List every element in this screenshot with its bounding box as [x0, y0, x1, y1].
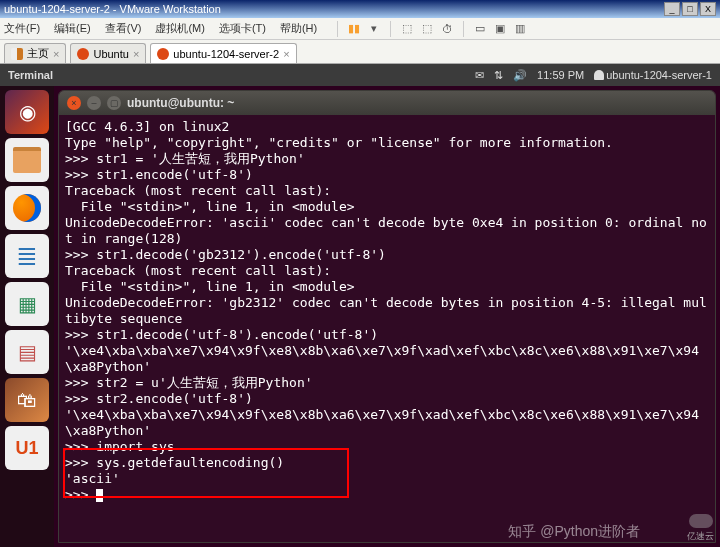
user-icon [594, 70, 604, 80]
vmware-titlebar: ubuntu-1204-server-2 - VMware Workstatio… [0, 0, 720, 18]
term-line: File "<stdin>", line 1, in <module> [65, 199, 709, 215]
unity-launcher: ◉ ≣ ▦ ▤ 🛍 U1 [0, 86, 54, 547]
menu-help[interactable]: 帮助(H) [280, 21, 317, 36]
watermark-zhihu: 知乎 @Python进阶者 [508, 523, 640, 541]
home-icon [11, 48, 23, 60]
term-close-button[interactable]: × [67, 96, 81, 110]
panel-clock[interactable]: 11:59 PM [537, 69, 584, 81]
win-close-button[interactable]: X [700, 2, 716, 16]
snapshot-icon[interactable]: ⬚ [419, 21, 435, 37]
term-line: >>> sys.getdefaultencoding() [65, 455, 709, 471]
volume-icon[interactable]: 🔊 [513, 69, 527, 82]
dash-icon[interactable]: ◉ [5, 90, 49, 134]
cursor-icon [96, 489, 103, 502]
tab-label: Ubuntu [93, 48, 128, 60]
separator [390, 21, 391, 37]
panel-app-title[interactable]: Terminal [8, 69, 465, 81]
mail-icon[interactable]: ✉ [475, 69, 484, 82]
term-line: Traceback (most recent call last): [65, 183, 709, 199]
network-icon[interactable]: ⇅ [494, 69, 503, 82]
clock-icon[interactable]: ⏱ [439, 21, 455, 37]
ubuntu-one-icon[interactable]: U1 [5, 426, 49, 470]
vmware-menubar: 文件(F) 编辑(E) 查看(V) 虚拟机(M) 选项卡(T) 帮助(H) ▮▮… [0, 18, 720, 40]
panel-user[interactable]: ubuntu-1204-server-1 [594, 69, 712, 81]
fullscreen-icon[interactable]: ▭ [472, 21, 488, 37]
win-maximize-button[interactable]: □ [682, 2, 698, 16]
vmware-title: ubuntu-1204-server-2 - VMware Workstatio… [4, 3, 662, 15]
gnome-panel: Terminal ✉ ⇅ 🔊 11:59 PM ubuntu-1204-serv… [0, 64, 720, 86]
menu-vm[interactable]: 虚拟机(M) [155, 21, 205, 36]
term-minimize-button[interactable]: – [87, 96, 101, 110]
term-line: UnicodeDecodeError: 'gb2312' codec can't… [65, 295, 709, 327]
cloud-icon [689, 514, 713, 528]
firefox-icon[interactable] [5, 186, 49, 230]
term-title: ubuntu@ubuntu: ~ [127, 96, 707, 110]
watermark-label: 亿速云 [687, 531, 714, 541]
snapshot-icon[interactable]: ⬚ [399, 21, 415, 37]
terminal-window: × – ▢ ubuntu@ubuntu: ~ [GCC 4.6.3] on li… [58, 90, 716, 543]
guest-desktop: Terminal ✉ ⇅ 🔊 11:59 PM ubuntu-1204-serv… [0, 64, 720, 547]
term-line: Type "help", "copyright", "credits" or "… [65, 135, 709, 151]
terminal-body[interactable]: [GCC 4.6.3] on linux2 Type "help", "copy… [59, 115, 715, 542]
ubuntu-icon [77, 48, 89, 60]
ubuntu-icon [157, 48, 169, 60]
tab-ubuntu[interactable]: Ubuntu × [70, 43, 146, 63]
menu-edit[interactable]: 编辑(E) [54, 21, 91, 36]
tab-ubuntu-server-2[interactable]: ubuntu-1204-server-2 × [150, 43, 296, 63]
term-prompt-text: >>> [65, 487, 96, 502]
win-minimize-button[interactable]: _ [664, 2, 680, 16]
term-line: 'ascii' [65, 471, 709, 487]
menu-file[interactable]: 文件(F) [4, 21, 40, 36]
unity-icon[interactable]: ▣ [492, 21, 508, 37]
software-center-icon[interactable]: 🛍 [5, 378, 49, 422]
tab-close-icon[interactable]: × [133, 48, 139, 60]
toolbar-icon[interactable]: ▥ [512, 21, 528, 37]
separator [463, 21, 464, 37]
impress-icon[interactable]: ▤ [5, 330, 49, 374]
pause-icon[interactable]: ▮▮ [346, 21, 362, 37]
calc-icon[interactable]: ▦ [5, 282, 49, 326]
term-line: [GCC 4.6.3] on linux2 [65, 119, 709, 135]
term-maximize-button[interactable]: ▢ [107, 96, 121, 110]
writer-icon[interactable]: ≣ [5, 234, 49, 278]
menu-tabs[interactable]: 选项卡(T) [219, 21, 266, 36]
tab-label: 主页 [27, 46, 49, 61]
term-line: >>> str2.encode('utf-8') [65, 391, 709, 407]
dropdown-icon[interactable]: ▾ [366, 21, 382, 37]
term-line: '\xe4\xba\xba\xe7\x94\x9f\xe8\x8b\xa6\xe… [65, 343, 709, 375]
tab-home[interactable]: 主页 × [4, 43, 66, 63]
watermark-yisu: 亿速云 [687, 514, 714, 543]
term-line: >>> str1.decode('gb2312').encode('utf-8'… [65, 247, 709, 263]
term-prompt: >>> [65, 487, 709, 503]
tab-label: ubuntu-1204-server-2 [173, 48, 279, 60]
term-line: UnicodeDecodeError: 'ascii' codec can't … [65, 215, 709, 247]
separator [337, 21, 338, 37]
panel-user-label: ubuntu-1204-server-1 [606, 69, 712, 81]
term-line: >>> import sys [65, 439, 709, 455]
term-line: >>> str1.encode('utf-8') [65, 167, 709, 183]
term-line: Traceback (most recent call last): [65, 263, 709, 279]
term-line: File "<stdin>", line 1, in <module> [65, 279, 709, 295]
term-line: '\xe4\xba\xba\xe7\x94\x9f\xe8\x8b\xa6\xe… [65, 407, 709, 439]
term-line: >>> str2 = u'人生苦短，我用Python' [65, 375, 709, 391]
term-line: >>> str1 = '人生苦短，我用Python' [65, 151, 709, 167]
tab-close-icon[interactable]: × [53, 48, 59, 60]
menu-view[interactable]: 查看(V) [105, 21, 142, 36]
vmware-tabstrip: 主页 × Ubuntu × ubuntu-1204-server-2 × [0, 40, 720, 64]
files-icon[interactable] [5, 138, 49, 182]
tab-close-icon[interactable]: × [283, 48, 289, 60]
terminal-titlebar[interactable]: × – ▢ ubuntu@ubuntu: ~ [59, 91, 715, 115]
term-line: >>> str1.decode('utf-8').encode('utf-8') [65, 327, 709, 343]
